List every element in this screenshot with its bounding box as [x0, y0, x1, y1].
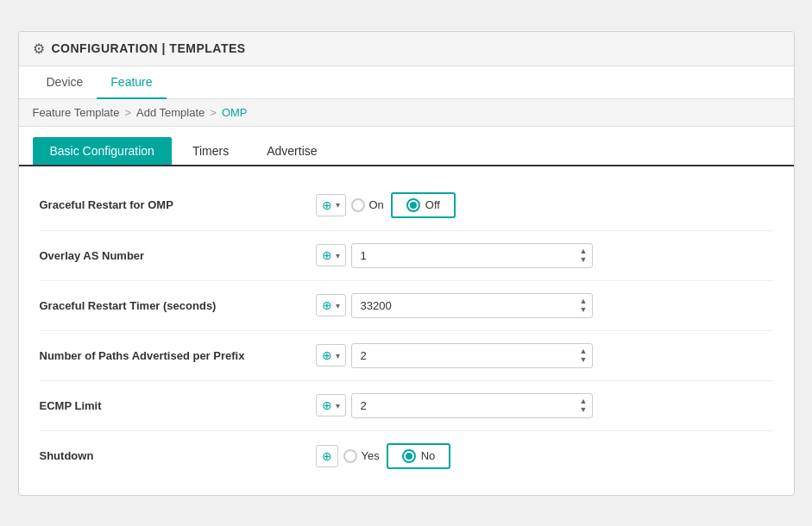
control-graceful-restart-omp: ⊕ ▾ On Off	[316, 192, 773, 218]
control-ecmp-limit: ⊕ ▾ ▲ ▼	[316, 393, 773, 418]
radio-btn-off[interactable]	[406, 198, 420, 212]
radio-group-on-off: On Off	[351, 192, 456, 218]
spinner-ecmp[interactable]: ▲ ▼	[580, 398, 588, 414]
arrow-down-icon-3[interactable]: ▼	[580, 356, 588, 364]
radio-option-on[interactable]: On	[351, 198, 384, 212]
globe-dropdown-ecmp[interactable]: ⊕ ▾	[316, 394, 346, 416]
spinner-overlay-as[interactable]: ▲ ▼	[580, 247, 588, 264]
breadcrumb-add-template[interactable]: Add Template	[136, 106, 205, 119]
breadcrumb: Feature Template > Add Template > OMP	[19, 99, 794, 127]
globe-icon-0: ⊕	[322, 198, 332, 212]
sub-tabs-bar: Basic Configuration Timers Advertise	[19, 127, 794, 166]
breadcrumb-feature-template[interactable]: Feature Template	[33, 106, 120, 119]
sub-tab-timers[interactable]: Timers	[175, 137, 246, 165]
page-container: ⚙ CONFIGURATION | TEMPLATES Device Featu…	[18, 31, 795, 496]
radio-group-yes-no: Yes No	[343, 443, 451, 469]
chevron-down-icon-4: ▾	[336, 401, 340, 410]
number-input-wrap-timer: ▲ ▼	[351, 293, 593, 318]
overlay-as-number-input[interactable]	[351, 243, 593, 268]
radio-btn-no[interactable]	[402, 449, 416, 463]
globe-dropdown-graceful-restart[interactable]: ⊕ ▾	[316, 194, 346, 216]
globe-icon-4: ⊕	[322, 398, 332, 412]
spinner-paths[interactable]: ▲ ▼	[580, 348, 588, 364]
number-input-wrap-paths: ▲ ▼	[351, 343, 593, 368]
arrow-up-icon-2[interactable]: ▲	[580, 297, 588, 305]
radio-btn-yes[interactable]	[343, 449, 357, 463]
chevron-down-icon-3: ▾	[336, 351, 340, 360]
label-overlay-as-number: Overlay AS Number	[40, 249, 316, 262]
radio-option-yes[interactable]: Yes	[343, 449, 380, 463]
arrow-up-icon-4[interactable]: ▲	[580, 398, 588, 405]
page-title: CONFIGURATION | TEMPLATES	[52, 41, 246, 55]
globe-dropdown-timer[interactable]: ⊕ ▾	[316, 294, 346, 316]
breadcrumb-sep-2: >	[210, 106, 217, 119]
arrow-up-icon-1[interactable]: ▲	[580, 247, 588, 255]
number-input-wrap-overlay-as: ▲ ▼	[351, 243, 593, 268]
number-input-wrap-ecmp: ▲ ▼	[351, 393, 593, 418]
radio-btn-on[interactable]	[351, 198, 365, 212]
tab-feature[interactable]: Feature	[97, 66, 166, 99]
arrow-down-icon-4[interactable]: ▼	[580, 406, 588, 414]
breadcrumb-omp: OMP	[222, 106, 248, 119]
control-shutdown: ⊕ Yes No	[316, 443, 773, 469]
main-tabs-bar: Device Feature	[19, 66, 794, 99]
row-ecmp-limit: ECMP Limit ⊕ ▾ ▲ ▼	[40, 381, 773, 431]
radio-label-no: No	[421, 449, 436, 462]
tab-device[interactable]: Device	[33, 66, 98, 99]
arrow-down-icon-2[interactable]: ▼	[580, 306, 588, 314]
breadcrumb-sep-1: >	[124, 106, 131, 119]
row-graceful-restart-omp: Graceful Restart for OMP ⊕ ▾ On Off	[40, 180, 773, 231]
control-graceful-restart-timer: ⊕ ▾ ▲ ▼	[316, 293, 773, 318]
globe-dropdown-overlay-as[interactable]: ⊕ ▾	[316, 244, 346, 266]
globe-dropdown-shutdown[interactable]: ⊕	[316, 445, 338, 467]
globe-icon-2: ⊕	[322, 298, 332, 312]
arrow-up-icon-3[interactable]: ▲	[580, 348, 588, 355]
globe-icon-3: ⊕	[322, 348, 332, 362]
globe-icon-5: ⊕	[322, 449, 332, 463]
spinner-timer[interactable]: ▲ ▼	[580, 297, 588, 314]
ecmp-limit-input[interactable]	[351, 393, 593, 418]
label-graceful-restart-omp: Graceful Restart for OMP	[40, 198, 316, 211]
row-overlay-as-number: Overlay AS Number ⊕ ▾ ▲ ▼	[40, 231, 773, 281]
form-content: Graceful Restart for OMP ⊕ ▾ On Off	[19, 166, 794, 495]
globe-icon-1: ⊕	[322, 248, 332, 262]
control-overlay-as-number: ⊕ ▾ ▲ ▼	[316, 243, 773, 268]
page-header: ⚙ CONFIGURATION | TEMPLATES	[19, 32, 794, 66]
label-graceful-restart-timer: Graceful Restart Timer (seconds)	[40, 299, 316, 312]
control-num-paths: ⊕ ▾ ▲ ▼	[316, 343, 773, 368]
timer-input[interactable]	[351, 293, 593, 318]
radio-box-off[interactable]: Off	[391, 192, 456, 218]
row-shutdown: Shutdown ⊕ Yes No	[40, 431, 773, 481]
globe-dropdown-num-paths[interactable]: ⊕ ▾	[316, 344, 346, 366]
label-num-paths: Number of Paths Advertised per Prefix	[40, 349, 316, 362]
chevron-down-icon-1: ▾	[336, 251, 340, 260]
chevron-down-icon-2: ▾	[336, 301, 340, 310]
row-num-paths: Number of Paths Advertised per Prefix ⊕ …	[40, 331, 773, 381]
radio-label-on: On	[369, 198, 384, 211]
row-graceful-restart-timer: Graceful Restart Timer (seconds) ⊕ ▾ ▲ ▼	[40, 281, 773, 331]
sub-tab-advertise[interactable]: Advertise	[249, 137, 334, 165]
label-shutdown: Shutdown	[40, 449, 316, 462]
sub-tab-basic-configuration[interactable]: Basic Configuration	[33, 137, 172, 165]
chevron-down-icon-0: ▾	[336, 200, 340, 210]
num-paths-input[interactable]	[351, 343, 593, 368]
radio-label-off: Off	[425, 198, 440, 211]
arrow-down-icon-1[interactable]: ▼	[580, 256, 588, 264]
gear-icon: ⚙	[33, 41, 45, 57]
radio-label-yes: Yes	[362, 449, 380, 462]
label-ecmp-limit: ECMP Limit	[40, 399, 316, 412]
radio-box-no[interactable]: No	[387, 443, 451, 469]
